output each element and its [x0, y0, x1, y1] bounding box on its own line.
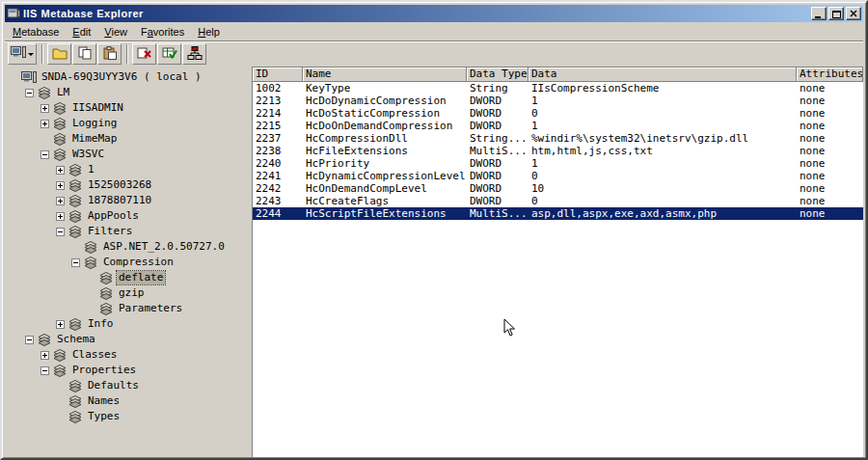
menu-metabase[interactable]: Metabase [6, 24, 66, 40]
expand-toggle-icon[interactable] [56, 181, 65, 190]
metabase-node-icon [68, 317, 83, 332]
copy-icon [77, 45, 93, 64]
tree-item-gzip[interactable]: gzip [5, 285, 249, 301]
collapse-toggle-icon[interactable] [41, 150, 49, 159]
tree-item-label: AppPools [86, 209, 141, 223]
metabase-tree: SNDA-69Q3UYY3V6 ( local )LMIISADMINLoggi… [5, 67, 249, 457]
cell-id: 2241 [253, 170, 303, 182]
export-button[interactable] [157, 43, 181, 65]
connect-button[interactable] [8, 43, 37, 65]
column-header-data[interactable]: Data [529, 68, 797, 82]
tree-item-logging[interactable]: Logging [5, 116, 249, 131]
cell-attributes: none [797, 120, 863, 132]
tree-item-types[interactable]: Types [5, 409, 249, 424]
table-row-2238[interactable]: 2238HcFileExtensionsMultiS...htm,html,js… [253, 145, 863, 157]
column-header-data-type[interactable]: Data Type [467, 68, 529, 82]
cell-id: 2214 [253, 107, 303, 120]
toolbar [5, 41, 863, 67]
close-button[interactable] [846, 7, 861, 20]
collapse-toggle-icon[interactable] [41, 366, 49, 375]
tree-item-info[interactable]: Info [5, 316, 249, 332]
collapse-toggle-icon[interactable] [71, 258, 80, 267]
tree-item-label: IISADMIN [70, 101, 125, 115]
collapse-toggle-icon[interactable] [25, 89, 34, 97]
delete-button[interactable] [132, 43, 156, 65]
table-row-2214[interactable]: 2214HcDoStaticCompressionDWORD0none [253, 107, 863, 120]
collapse-toggle-icon[interactable] [56, 228, 65, 236]
tree-item-apppools[interactable]: AppPools [5, 208, 249, 224]
cell-attributes: none [797, 207, 863, 220]
expand-toggle-icon[interactable] [41, 104, 49, 113]
table-row-2213[interactable]: 2213HcDoDynamicCompressionDWORD1none [253, 95, 863, 107]
tree-item-names[interactable]: Names [5, 393, 249, 409]
tree-item-properties[interactable]: Properties [5, 363, 249, 378]
cell-name: HcDoOnDemandCompression [303, 120, 467, 132]
table-row-2215[interactable]: 2215HcDoOnDemandCompressionDWORD1none [253, 120, 863, 132]
tree-item-classes[interactable]: Classes [5, 347, 249, 363]
column-header-id[interactable]: ID [253, 68, 303, 82]
cell-type: String... [467, 132, 529, 145]
network-button[interactable] [182, 43, 206, 65]
cell-attributes: none [797, 82, 863, 95]
paste-button[interactable] [97, 43, 122, 65]
table-row-2241[interactable]: 2241HcDynamicCompressionLevelDWORD0none [253, 170, 863, 182]
table-row-2237[interactable]: 2237HcCompressionDllString...%windir%\sy… [253, 132, 863, 145]
table-row-2242[interactable]: 2242HcOnDemandCompLevelDWORD10none [253, 182, 863, 195]
restore-button[interactable] [828, 7, 844, 20]
tree-item-1525003268[interactable]: 1525003268 [5, 177, 249, 193]
tree-item-parameters[interactable]: Parameters [5, 301, 249, 316]
table-row-2244[interactable]: 2244HcScriptFileExtensionsMultiS...asp,d… [253, 207, 863, 220]
tree-item-1878807110[interactable]: 1878807110 [5, 193, 249, 208]
metabase-node-icon [68, 209, 83, 224]
tree-item-label: Properties [70, 364, 138, 377]
collapse-toggle-icon[interactable] [25, 336, 34, 344]
table-row-1002[interactable]: 1002KeyTypeStringIIsCompressionSchemenon… [253, 82, 863, 95]
expand-toggle-icon[interactable] [41, 351, 49, 360]
tree-item-filters[interactable]: Filters [5, 224, 249, 239]
cell-type: DWORD [467, 120, 529, 132]
cell-data: 0 [529, 170, 797, 182]
cell-attributes: none [797, 132, 863, 145]
toolbar-separator [126, 44, 128, 64]
menu-edit[interactable]: Edit [66, 24, 97, 40]
column-header-name[interactable]: Name [303, 68, 467, 82]
copy-button[interactable] [72, 43, 96, 65]
cell-type: DWORD [467, 157, 529, 170]
expand-toggle-icon[interactable] [56, 197, 65, 205]
metabase-node-icon [68, 194, 83, 208]
minimize-button[interactable] [811, 7, 827, 20]
expand-toggle-icon[interactable] [56, 320, 65, 329]
cell-type: DWORD [467, 95, 529, 107]
cell-attributes: none [797, 170, 863, 182]
tree-item-1[interactable]: 1 [5, 162, 249, 177]
tree-item-deflate[interactable]: deflate [5, 270, 249, 285]
tree-item-lm[interactable]: LM [5, 85, 249, 100]
tree-item-iisadmin[interactable]: IISADMIN [5, 100, 249, 116]
cell-data: 1 [529, 95, 797, 107]
cell-attributes: none [797, 182, 863, 195]
tree-item-compression[interactable]: Compression [5, 255, 249, 270]
table-row-2240[interactable]: 2240HcPriorityDWORD1none [253, 157, 863, 170]
column-header-attributes[interactable]: Attributes [797, 68, 863, 82]
tree-item-w3svc[interactable]: W3SVC [5, 147, 249, 162]
expand-toggle-icon[interactable] [56, 166, 65, 175]
cell-name: HcScriptFileExtensions [303, 207, 467, 220]
expand-toggle-icon[interactable] [41, 120, 49, 128]
menu-help[interactable]: Help [191, 24, 227, 40]
app-icon [7, 7, 20, 20]
open-button[interactable] [47, 43, 71, 65]
expand-toggle-icon[interactable] [56, 212, 65, 221]
menu-view[interactable]: View [97, 24, 134, 40]
menu-favorites[interactable]: Favorites [134, 24, 191, 40]
table-row-2243[interactable]: 2243HcCreateFlagsDWORD0none [253, 195, 863, 207]
tree-item-defaults[interactable]: Defaults [5, 378, 249, 393]
metabase-node-icon [68, 394, 83, 409]
tree-item-asp-net-2-0-50727-0[interactable]: ASP.NET_2.0.50727.0 [5, 239, 249, 255]
delete-icon [137, 45, 152, 64]
tree-item-label: SNDA-69Q3UYY3V6 ( local ) [40, 70, 203, 84]
metabase-node-icon [52, 101, 68, 116]
dropdown-arrow-icon[interactable] [28, 53, 34, 56]
tree-item-mimemap[interactable]: MimeMap [5, 131, 249, 147]
tree-item-snda-69q3uyy3v6-local[interactable]: SNDA-69Q3UYY3V6 ( local ) [5, 69, 249, 85]
tree-item-schema[interactable]: Schema [5, 332, 249, 347]
